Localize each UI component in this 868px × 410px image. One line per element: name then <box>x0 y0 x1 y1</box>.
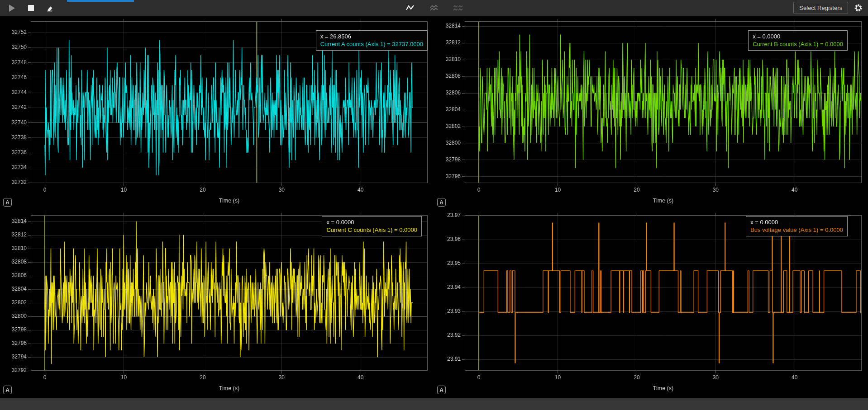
dual-waveform-icon <box>429 4 439 12</box>
run-controls <box>0 2 55 14</box>
cursor-tooltip[interactable]: x = 0.0000 Current B counts (Axis 1) = 0… <box>748 30 848 51</box>
toolbar: Select Registers <box>0 0 868 16</box>
cursor-tooltip[interactable]: x = 0.0000 Current C counts (Axis 1) = 0… <box>322 216 422 236</box>
cursor-tooltip[interactable]: x = 0.0000 Bus voltage value (Axis 1) = … <box>746 216 848 236</box>
single-waveform-icon <box>405 4 415 12</box>
autoscale-button[interactable]: A <box>3 198 12 207</box>
tooltip-signal-value: Current A counts (Axis 1) = 32737.0000 <box>320 40 423 48</box>
select-registers-button[interactable]: Select Registers <box>793 2 848 14</box>
eraser-icon <box>46 4 54 12</box>
tooltip-signal-value: Current C counts (Axis 1) = 0.0000 <box>326 226 417 234</box>
autoscale-button[interactable]: A <box>437 198 446 207</box>
single-plot-layout-button[interactable] <box>405 2 415 14</box>
plot-layout-controls <box>405 2 463 14</box>
tooltip-signal-value: Bus voltage value (Axis 1) = 0.0000 <box>750 226 843 234</box>
clear-plots-button[interactable] <box>44 2 55 14</box>
status-bar <box>0 398 868 410</box>
stop-icon <box>28 5 34 11</box>
tooltip-x-value: x = 0.0000 <box>753 33 843 40</box>
plot-canvas-current-c[interactable] <box>0 210 434 398</box>
plot-panel-bus-voltage: x = 0.0000 Bus voltage value (Axis 1) = … <box>434 210 868 398</box>
tooltip-x-value: x = 26.8506 <box>320 33 423 40</box>
dual-plot-layout-button[interactable] <box>429 2 439 14</box>
plots-grid: x = 26.8506 Current A counts (Axis 1) = … <box>0 16 868 398</box>
quad-plot-layout-button[interactable] <box>453 2 463 14</box>
autoscale-button[interactable]: A <box>3 386 12 394</box>
settings-button[interactable] <box>853 2 863 14</box>
gear-icon <box>854 4 863 12</box>
active-tab-indicator <box>67 0 134 2</box>
autoscale-button[interactable]: A <box>437 386 446 394</box>
plot-panel-current-b: x = 0.0000 Current B counts (Axis 1) = 0… <box>434 16 868 210</box>
plot-panel-current-a: x = 26.8506 Current A counts (Axis 1) = … <box>0 16 434 210</box>
toolbar-right: Select Registers <box>793 2 868 14</box>
stop-button[interactable] <box>25 2 36 14</box>
cursor-tooltip[interactable]: x = 26.8506 Current A counts (Axis 1) = … <box>316 30 428 51</box>
plot-canvas-bus-voltage[interactable] <box>434 210 868 398</box>
quad-waveform-icon <box>453 4 463 12</box>
tooltip-signal-value: Current B counts (Axis 1) = 0.0000 <box>753 40 843 48</box>
plot-panel-current-c: x = 0.0000 Current C counts (Axis 1) = 0… <box>0 210 434 398</box>
tooltip-x-value: x = 0.0000 <box>326 218 417 226</box>
run-button[interactable] <box>6 2 17 14</box>
play-icon <box>9 5 15 12</box>
tooltip-x-value: x = 0.0000 <box>750 218 843 226</box>
